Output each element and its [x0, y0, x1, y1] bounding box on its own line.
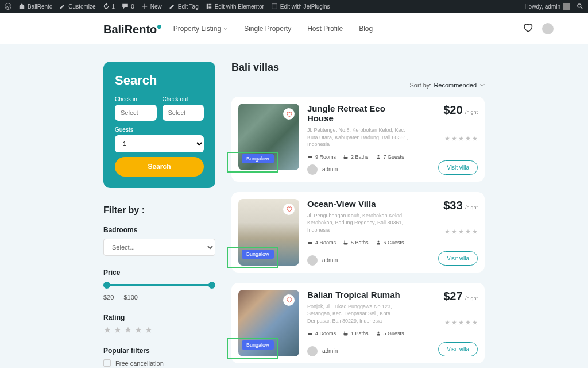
popular-label: Popular filters: [103, 347, 215, 355]
listing-author[interactable]: admin: [307, 346, 412, 356]
price-unit: /night: [465, 296, 478, 301]
logo[interactable]: BaliRento•: [103, 21, 162, 37]
star-icon: [451, 229, 457, 235]
bedrooms-select[interactable]: Select...: [103, 239, 215, 256]
page-title: Bali villas: [231, 62, 485, 74]
listing-rating: [444, 229, 478, 235]
svg-rect-3: [208, 6, 211, 7]
author-avatar: [307, 346, 318, 356]
search-button[interactable]: Search: [115, 157, 204, 177]
star-icon: [444, 320, 450, 325]
bed-icon: [307, 154, 313, 160]
listing-price: $27: [443, 290, 462, 302]
favorites-icon[interactable]: [523, 22, 533, 35]
avatar-icon: [563, 3, 570, 10]
listing-meta: 9 Rooms 2 Baths 7 Guests: [307, 154, 412, 160]
star-icon: [472, 229, 478, 235]
star-icon: [444, 229, 450, 235]
wp-search-icon[interactable]: [577, 3, 583, 10]
star-icon: [458, 320, 464, 325]
wp-site-link[interactable]: BaliRento: [18, 3, 52, 10]
listing-image[interactable]: Bungalow: [238, 199, 299, 266]
bed-icon: [307, 240, 313, 246]
sort-control[interactable]: Sort by: Recommended: [231, 82, 485, 89]
rating-filter[interactable]: [103, 326, 215, 334]
bedrooms-label: Badrooms: [103, 226, 215, 234]
slider-handle-min[interactable]: [103, 282, 110, 289]
nav-single-property[interactable]: Single Property: [244, 25, 291, 33]
bath-icon: [343, 331, 349, 336]
wp-elementor[interactable]: Edit with Elementor: [206, 3, 264, 10]
wp-howdy[interactable]: Howdy, admin: [524, 3, 570, 10]
price-range-text: $20 — $100: [103, 294, 215, 301]
guests-icon: [376, 154, 381, 160]
guests-icon: [376, 331, 381, 336]
listing-title[interactable]: Balian Tropical Rumah: [307, 290, 412, 300]
user-avatar-icon[interactable]: [542, 23, 554, 34]
listing-rating: [444, 136, 478, 141]
listing-author[interactable]: admin: [307, 255, 412, 266]
svg-rect-9: [312, 158, 312, 159]
nav-property-listing[interactable]: Property Listing: [173, 25, 228, 33]
category-tag[interactable]: Bungalow: [242, 340, 274, 350]
svg-rect-1: [207, 4, 208, 9]
checkout-input[interactable]: [163, 105, 204, 121]
category-tag[interactable]: Bungalow: [242, 250, 274, 259]
price-slider[interactable]: [103, 281, 215, 289]
svg-rect-12: [308, 242, 312, 244]
listing-image[interactable]: Bungalow: [238, 290, 299, 356]
wp-jetplugins[interactable]: Edit with JetPlugins: [271, 3, 330, 10]
listing-address: Jl. Pengubengan Kauh, Kerobokan Kelod, K…: [307, 212, 412, 234]
nav-host-profile[interactable]: Host Profile: [307, 25, 343, 33]
listing-card: Bungalow Balian Tropical Rumah Ponjok, J…: [231, 283, 485, 363]
svg-rect-8: [308, 158, 308, 159]
star-icon: [444, 136, 450, 141]
svg-rect-18: [308, 335, 308, 336]
guests-select[interactable]: 1: [115, 135, 204, 152]
wp-edit-tag[interactable]: Edit Tag: [169, 3, 199, 10]
listing-image[interactable]: Bungalow: [238, 103, 299, 170]
nav-blog[interactable]: Blog: [359, 25, 373, 33]
star-icon: [465, 320, 471, 325]
slider-handle-max[interactable]: [208, 282, 215, 289]
listing-title[interactable]: Ocean-View Villa: [307, 199, 412, 209]
star-icon: [451, 136, 457, 141]
guests-icon: [376, 240, 381, 246]
search-card: Search Check in Check out Guests 1 Searc…: [103, 62, 215, 188]
wp-comments[interactable]: 0: [122, 3, 134, 10]
visit-button[interactable]: Visit villa: [438, 251, 478, 266]
visit-button[interactable]: Visit villa: [438, 160, 478, 175]
star-icon: [458, 136, 464, 141]
star-icon: [451, 320, 457, 325]
visit-button[interactable]: Visit villa: [438, 342, 478, 356]
category-tag[interactable]: Bungalow: [242, 154, 274, 163]
svg-point-21: [377, 331, 379, 333]
svg-point-11: [377, 155, 379, 156]
favorite-button[interactable]: [283, 204, 295, 215]
search-title: Search: [115, 73, 204, 88]
favorite-button[interactable]: [283, 108, 295, 120]
filter-title: Filter by :: [103, 205, 215, 216]
main-nav: Property Listing Single Property Host Pr…: [173, 25, 373, 33]
svg-rect-13: [308, 244, 308, 245]
chevron-down-icon: [223, 26, 228, 31]
filter-free-cancellation[interactable]: Free cancellation: [103, 359, 215, 367]
listing-title[interactable]: Jungle Retreat Eco House: [307, 103, 412, 123]
star-icon: [103, 326, 111, 334]
star-icon: [145, 326, 153, 334]
wp-updates[interactable]: 1: [103, 3, 115, 10]
wp-customize[interactable]: Customize: [59, 3, 95, 10]
star-icon: [124, 326, 132, 334]
listing-price: $33: [443, 199, 462, 212]
star-icon: [465, 229, 471, 235]
svg-rect-10: [345, 155, 345, 157]
listing-meta: 4 Rooms 5 Baths 6 Guests: [307, 240, 412, 246]
listing-rating: [444, 320, 478, 325]
favorite-button[interactable]: [283, 294, 295, 306]
checkin-label: Check in: [115, 96, 157, 102]
wp-logo-icon[interactable]: [5, 3, 11, 10]
checkin-input[interactable]: [115, 105, 157, 121]
bath-icon: [343, 240, 349, 246]
wp-new[interactable]: New: [141, 3, 162, 10]
listing-author[interactable]: admin: [307, 164, 412, 175]
